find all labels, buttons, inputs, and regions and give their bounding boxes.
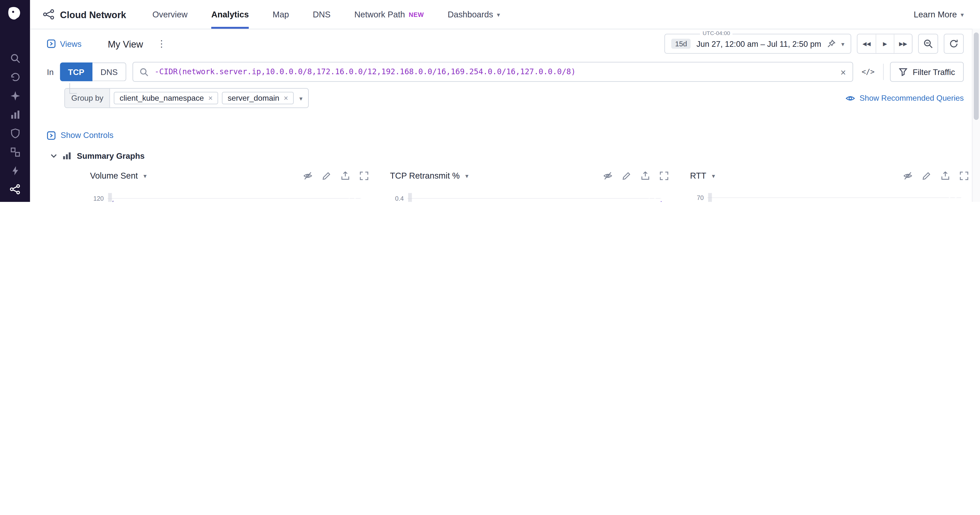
divider	[883, 64, 884, 80]
chevron-down-icon: ▾	[465, 172, 468, 179]
hide-chart-icon[interactable]	[303, 171, 313, 180]
remove-icon[interactable]: ×	[283, 94, 288, 102]
top-nav: Cloud Network Overview Analytics Map DNS…	[30, 0, 980, 29]
chart-metric-dropdown[interactable]: Volume Sent▾	[90, 171, 146, 180]
filter-traffic-button[interactable]: Filter Traffic	[890, 62, 964, 82]
network-icon[interactable]	[5, 180, 26, 199]
play-button[interactable]: ▶	[876, 34, 894, 53]
protocol-tcp-button[interactable]: TCP	[60, 62, 92, 81]
main-content: Cloud Network Overview Analytics Map DNS…	[30, 0, 980, 202]
export-chart-icon[interactable]	[940, 171, 950, 180]
chart-card-tcp-retransmit: TCP Retransmit %▾ 00.10.20.30.4PercentFr…	[380, 167, 675, 202]
chart-canvas[interactable]: 010203040506070MillisecondsFri 27Jun 29J…	[680, 188, 975, 202]
chart-metric-dropdown[interactable]: RTT▾	[690, 171, 715, 180]
bits-ai-icon[interactable]	[5, 86, 26, 105]
zoom-out-button[interactable]	[918, 34, 938, 54]
tab-map[interactable]: Map	[272, 0, 289, 29]
metrics-icon[interactable]	[5, 105, 26, 124]
query-input[interactable]: -CIDR(network.server.ip,10.0.0.0/8,172.1…	[133, 62, 853, 82]
bar-chart-icon	[62, 152, 71, 160]
chevron-down-icon[interactable]: ▾	[294, 95, 308, 102]
clear-query-icon[interactable]: ×	[840, 67, 846, 77]
svg-text:120: 120	[93, 195, 104, 202]
views-button[interactable]: Views	[47, 39, 81, 48]
chevron-down-icon: ▾	[497, 11, 500, 18]
show-recommended-queries-link[interactable]: Show Recommended Queries	[846, 94, 964, 102]
chart-metric-dropdown[interactable]: TCP Retransmit %▾	[390, 171, 468, 180]
svg-text:70: 70	[697, 194, 704, 201]
tab-dashboards[interactable]: Dashboards▾	[448, 0, 500, 29]
chevron-down-icon	[51, 154, 57, 158]
nav-tabs: Overview Analytics Map DNS Network PathN…	[153, 0, 500, 29]
watchdog-icon[interactable]	[5, 67, 26, 86]
events-icon[interactable]	[5, 161, 26, 180]
new-badge: NEW	[409, 11, 424, 18]
group-by-chip[interactable]: server_domain×	[222, 92, 294, 104]
protocol-toggle: TCP DNS	[60, 62, 126, 81]
show-controls-link[interactable]: Show Controls	[47, 130, 980, 140]
refresh-button[interactable]	[944, 34, 964, 54]
tree-connector	[69, 83, 77, 94]
summary-graphs-toggle[interactable]: Summary Graphs	[51, 151, 980, 161]
infrastructure-icon[interactable]	[5, 142, 26, 161]
app-sidebar: ? Help	[0, 0, 30, 202]
pin-icon[interactable]	[827, 40, 835, 48]
jump-forward-button[interactable]: ▶▶	[894, 34, 912, 53]
chart-canvas[interactable]: 020406080100120GigabytesFri 27Jun 29July…	[80, 188, 375, 202]
chart-toolbar	[903, 171, 969, 180]
vertical-scrollbar[interactable]	[972, 29, 980, 202]
cloud-network-icon	[42, 9, 55, 20]
product-title: Cloud Network	[42, 9, 126, 20]
view-title: My View	[108, 38, 143, 49]
chevron-down-icon: ▾	[961, 11, 964, 18]
time-controls: UTC-04:00 15d Jun 27, 12:00 am – Jul 11,…	[665, 34, 964, 54]
security-icon[interactable]	[5, 124, 26, 142]
learn-more-menu[interactable]: Learn More ▾	[914, 10, 964, 19]
scrollbar-thumb[interactable]	[974, 33, 979, 120]
fullscreen-chart-icon[interactable]	[360, 171, 369, 180]
hide-chart-icon[interactable]	[603, 171, 612, 180]
fullscreen-chart-icon[interactable]	[659, 171, 669, 180]
export-chart-icon[interactable]	[341, 171, 350, 180]
edit-chart-icon[interactable]	[322, 171, 331, 180]
group-by-chip[interactable]: client_kube_namespace×	[114, 92, 218, 104]
edit-chart-icon[interactable]	[622, 171, 631, 180]
code-view-toggle[interactable]: </>	[859, 67, 877, 76]
chevron-down-icon: ▾	[143, 172, 146, 179]
protocol-dns-button[interactable]: DNS	[92, 62, 126, 81]
apm-icon[interactable]	[5, 199, 26, 202]
tab-dns[interactable]: DNS	[313, 0, 331, 29]
time-shift-controls: ◀◀ ▶ ▶▶	[857, 34, 913, 54]
group-by-control: Group by client_kube_namespace× server_d…	[64, 88, 309, 108]
hide-chart-icon[interactable]	[903, 171, 912, 180]
funnel-icon	[899, 67, 908, 76]
cloud-network-analytics-page: ? Help Cloud Network Overview Analytics …	[0, 0, 980, 202]
range-duration-badge: 15d	[671, 39, 691, 49]
remove-icon[interactable]: ×	[208, 94, 213, 102]
edit-chart-icon[interactable]	[922, 171, 931, 180]
chart-toolbar	[603, 171, 669, 180]
svg-text:0.4: 0.4	[395, 195, 404, 202]
summary-graphs-row: Volume Sent▾ 020406080100120GigabytesFri…	[80, 167, 975, 202]
chevron-down-icon: ▾	[841, 40, 845, 47]
fullscreen-chart-icon[interactable]	[959, 171, 969, 180]
search-icon[interactable]	[5, 49, 26, 67]
eye-icon	[846, 95, 855, 102]
tab-network-path[interactable]: Network PathNEW	[355, 0, 424, 29]
query-section: In TCP DNS -CIDR(network.server.ip,10.0.…	[30, 58, 980, 108]
time-range-picker[interactable]: UTC-04:00 15d Jun 27, 12:00 am – Jul 11,…	[665, 34, 851, 54]
tab-overview[interactable]: Overview	[153, 0, 188, 29]
boxed-chevron-icon	[47, 131, 56, 140]
utc-offset-label: UTC-04:00	[700, 30, 733, 36]
tab-analytics[interactable]: Analytics	[211, 0, 249, 29]
view-bar: Views My View ⋮ UTC-04:00 15d Jun 27, 12…	[30, 29, 980, 58]
time-range-text: Jun 27, 12:00 am – Jul 11, 2:50 pm	[697, 39, 821, 48]
query-text: -CIDR(network.server.ip,10.0.0.0/8,172.1…	[155, 67, 835, 76]
view-options-kebab[interactable]: ⋮	[157, 38, 167, 49]
chart-canvas[interactable]: 00.10.20.30.4PercentFri 27Jun 29JulyThu …	[380, 188, 675, 202]
export-chart-icon[interactable]	[641, 171, 650, 180]
chevron-down-icon: ▾	[712, 172, 715, 179]
datadog-logo-icon[interactable]	[6, 5, 24, 24]
chart-card-rtt: RTT▾ 010203040506070MillisecondsFri 27Ju…	[680, 167, 975, 202]
jump-backward-button[interactable]: ◀◀	[858, 34, 876, 53]
